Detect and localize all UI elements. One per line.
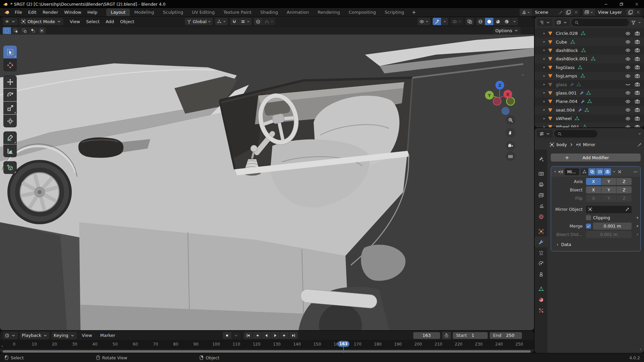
add-modifier-button[interactable]: Add Modifier — [551, 154, 641, 162]
workspace-tab-modeling[interactable]: Modeling — [130, 8, 158, 16]
view-layer-remove-icon[interactable] — [636, 10, 641, 15]
gizmos-menu[interactable] — [441, 18, 448, 25]
hide-toggle-eye-icon[interactable] — [625, 31, 631, 36]
tool-annotate[interactable] — [3, 131, 17, 144]
expand-icon[interactable] — [542, 82, 546, 86]
transform-orientation[interactable]: Global — [185, 18, 212, 25]
workspace-tab-scripting[interactable]: Scripting — [380, 8, 409, 16]
filter-icon[interactable] — [631, 20, 636, 25]
shading-menu[interactable] — [511, 18, 518, 25]
timeline-menu-marker[interactable]: Marker — [97, 333, 118, 338]
render-visibility-camera-icon[interactable] — [635, 99, 640, 104]
previous-keyframe-button[interactable] — [253, 332, 262, 339]
shading-material-button[interactable] — [493, 18, 502, 25]
frame-ruler[interactable]: 0102030405060708090100110120130140150160… — [0, 340, 534, 349]
delete-modifier-icon[interactable] — [617, 169, 622, 174]
render-visibility-camera-icon[interactable] — [635, 107, 640, 113]
scene-browse-button[interactable] — [520, 9, 532, 16]
tool-rotate[interactable] — [3, 88, 17, 101]
jump-to-start-button[interactable] — [244, 332, 253, 339]
minimize-button[interactable] — [598, 0, 613, 8]
outliner-item-dashBlock.001[interactable]: dashBlock.001 — [535, 55, 644, 63]
playhead[interactable]: 163 — [337, 341, 350, 347]
outliner-editor-type-button[interactable] — [537, 19, 552, 26]
viewport-menu-object[interactable]: Object — [117, 19, 137, 24]
menu-render[interactable]: Render — [40, 10, 61, 15]
properties-tab-tool[interactable] — [535, 154, 547, 164]
merge-value-field[interactable]: 0.001 m — [593, 223, 632, 230]
properties-tab-view-layer[interactable] — [535, 190, 547, 200]
ortho-toggle-button[interactable] — [505, 151, 516, 161]
tool-select-box[interactable] — [3, 46, 17, 58]
expand-icon[interactable] — [542, 32, 546, 36]
clipping-checkbox[interactable] — [586, 215, 591, 220]
properties-tab-render[interactable] — [535, 168, 547, 179]
close-button[interactable] — [629, 0, 644, 8]
next-keyframe-button[interactable] — [280, 332, 289, 339]
properties-search-input[interactable] — [554, 130, 597, 137]
jump-to-end-button[interactable] — [289, 332, 298, 339]
decorator-dot[interactable] — [637, 217, 638, 219]
frame-end-field[interactable]: End 250 — [490, 332, 522, 339]
tool-move[interactable] — [3, 75, 17, 88]
hide-toggle-eye-icon[interactable] — [625, 56, 631, 62]
tool-add-cube[interactable] — [3, 161, 17, 174]
outliner-item-dashBlock[interactable]: dashBlock — [535, 46, 644, 55]
expand-icon[interactable] — [542, 125, 546, 127]
timeline-menu-view[interactable]: View — [79, 333, 95, 338]
expand-icon[interactable] — [542, 117, 546, 121]
scene-copy-button[interactable] — [564, 9, 573, 16]
render-visibility-camera-icon[interactable] — [635, 82, 640, 87]
render-visibility-camera-icon[interactable] — [635, 39, 640, 45]
outliner-item-Plane.004[interactable]: Plane.004 — [535, 97, 644, 106]
tool-scale[interactable] — [3, 102, 17, 114]
viewport-menu-view[interactable]: View — [67, 19, 83, 24]
workspace-tab-uv-editing[interactable]: UV Editing — [187, 8, 219, 16]
outliner-search-input[interactable] — [572, 19, 629, 26]
data-subpanel-toggle[interactable]: Data — [556, 242, 640, 247]
timeline-menu-keying[interactable]: Keying — [52, 332, 77, 339]
object-name[interactable]: fogGlass — [556, 65, 575, 70]
select-mode-invert[interactable] — [29, 27, 37, 34]
outliner-item-fogGlass[interactable]: fogGlass — [535, 63, 644, 72]
timeline-scrollbar[interactable] — [3, 350, 531, 353]
restore-button[interactable] — [613, 0, 629, 8]
viewport-canvas[interactable]: Z X Y › — [0, 35, 534, 330]
workspace-tab-texture-paint[interactable]: Texture Paint — [219, 8, 256, 16]
sidebar-toggle-arrow[interactable]: › — [522, 72, 524, 77]
keying-set-menu[interactable] — [232, 332, 240, 339]
viewport-menu-select[interactable]: Select — [83, 19, 103, 24]
overlays-group[interactable] — [450, 18, 463, 25]
hide-toggle-eye-icon[interactable] — [625, 73, 631, 79]
tool-transform[interactable] — [3, 115, 17, 127]
bisect-x-button[interactable]: X — [586, 186, 601, 193]
mirror-object-field[interactable] — [586, 206, 632, 213]
proportional-falloff-menu[interactable] — [262, 18, 275, 25]
outliner-display-mode-button[interactable] — [554, 19, 570, 26]
properties-tab-particles[interactable] — [535, 247, 547, 258]
zoom-button[interactable] — [505, 115, 516, 125]
show-in-render-toggle[interactable] — [604, 168, 611, 175]
properties-tab-physics[interactable] — [535, 258, 547, 269]
play-button[interactable] — [271, 332, 280, 339]
workspace-tab-compositing[interactable]: Compositing — [344, 8, 380, 16]
object-name[interactable]: sWheel — [556, 116, 572, 121]
decorator-dot[interactable] — [637, 234, 638, 235]
hide-toggle-eye-icon[interactable] — [625, 65, 631, 70]
bisect-z-button[interactable]: Z — [616, 186, 632, 193]
properties-tab-material[interactable] — [535, 294, 547, 305]
view-layer-copy-button[interactable] — [626, 9, 635, 16]
pivot-point-selector[interactable] — [215, 18, 228, 25]
show-on-cage-toggle[interactable] — [581, 168, 588, 175]
snap-toggle[interactable] — [230, 18, 238, 25]
expand-icon[interactable] — [542, 108, 546, 112]
add-workspace-button[interactable]: + — [409, 9, 420, 15]
render-visibility-camera-icon[interactable] — [635, 56, 640, 62]
tool-measure[interactable] — [3, 144, 17, 157]
region-expand-arrow[interactable]: › — [1, 344, 3, 349]
select-mode-subtract[interactable] — [20, 27, 29, 34]
modifier-extras-menu[interactable] — [612, 170, 616, 173]
decorator-dot[interactable] — [637, 225, 638, 227]
scene-unlink-icon[interactable] — [574, 10, 579, 15]
bisect-distance-field[interactable]: 0.001 m — [586, 231, 632, 238]
